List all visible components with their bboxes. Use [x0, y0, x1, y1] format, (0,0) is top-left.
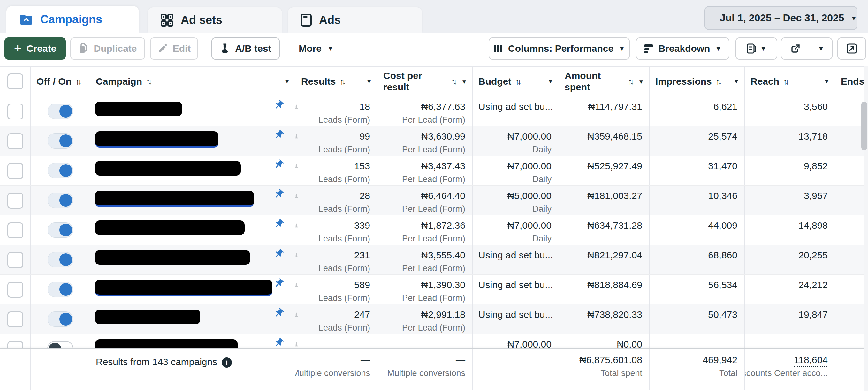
pin-icon[interactable] [273, 129, 284, 142]
pin-icon[interactable] [273, 248, 284, 260]
info-icon[interactable]: i [222, 357, 232, 368]
campaign-toggle[interactable] [48, 133, 73, 149]
pin-icon[interactable] [273, 189, 284, 201]
pin-icon[interactable] [273, 100, 284, 112]
columns-button[interactable]: Columns: Performance ▼ [489, 37, 630, 60]
chevron-down-icon[interactable]: ▼ [366, 76, 372, 87]
chevron-down-icon[interactable]: ▼ [824, 76, 830, 87]
pin-icon[interactable] [273, 308, 284, 320]
campaign-name-redacted[interactable] [95, 220, 245, 235]
chevron-down-icon[interactable]: ▼ [733, 76, 739, 87]
duplicate-button[interactable]: Duplicate [70, 37, 145, 60]
row-cell-results: 339 Leads (Form) [296, 215, 377, 245]
campaign-name-redacted[interactable] [95, 250, 250, 265]
row-checkbox[interactable] [7, 133, 23, 149]
scrollbar-thumb[interactable] [861, 101, 867, 150]
campaign-toggle[interactable] [48, 282, 73, 297]
campaign-name-redacted[interactable] [95, 161, 241, 176]
sort-icon[interactable]: ↑↓ [146, 76, 152, 87]
row-cell-toggle [31, 96, 90, 126]
campaign-name-redacted[interactable] [95, 101, 182, 116]
date-range-selector[interactable]: Jul 1, 2025 – Dec 31, 2025 ▼ [705, 6, 858, 30]
select-all-checkbox[interactable] [7, 73, 23, 89]
impressions-value: 44,009 [708, 219, 737, 232]
cost-value: ₦6,377.63 [421, 101, 465, 113]
tab-ad-sets[interactable]: Ad sets [148, 7, 282, 33]
row-checkbox[interactable] [7, 192, 23, 209]
row-checkbox[interactable] [7, 163, 23, 179]
summary-cell-reach: 118,604 Accounts Center acco... [745, 349, 835, 390]
sort-icon[interactable]: ↑↓ [451, 76, 457, 87]
sort-icon[interactable]: ↑↓ [628, 76, 633, 87]
chevron-down-icon[interactable]: ▼ [638, 79, 644, 85]
compare-chart-icon[interactable] [296, 133, 300, 142]
campaign-name-redacted[interactable] [95, 191, 254, 207]
tab-label: Campaigns [40, 13, 102, 26]
sort-icon[interactable]: ↑↓ [75, 76, 82, 87]
campaign-name-redacted[interactable] [95, 131, 218, 148]
row-checkbox[interactable] [7, 222, 23, 238]
reports-button[interactable]: ▼ [736, 37, 777, 60]
summary-results-label: Multiple conversions [296, 368, 370, 379]
compare-chart-icon[interactable] [296, 222, 300, 231]
cost-label: Per Lead (Form) [402, 263, 465, 274]
ab-test-label: A/B test [235, 43, 271, 54]
create-button[interactable]: + Create [4, 37, 66, 60]
chevron-down-icon[interactable]: ▼ [461, 79, 467, 85]
header-cell-impressions[interactable]: Impressions ↑↓ ▼ [650, 67, 745, 96]
pin-icon[interactable] [273, 218, 284, 231]
ab-test-button[interactable]: A/B test [211, 37, 280, 60]
campaign-toggle[interactable] [48, 252, 73, 267]
row-cell-toggle [31, 126, 90, 156]
export-button[interactable] [781, 38, 810, 59]
compare-chart-icon[interactable] [296, 163, 300, 171]
compare-chart-icon[interactable] [296, 282, 300, 290]
campaign-name-redacted[interactable] [95, 280, 272, 296]
view-charts-button[interactable] [837, 37, 866, 60]
campaign-toggle[interactable] [48, 163, 73, 178]
campaign-toggle[interactable] [48, 311, 73, 327]
row-cell-budget: Using ad set bu... [473, 245, 559, 274]
summary-reach-value[interactable]: 118,604 [794, 354, 828, 366]
campaign-toggle[interactable] [48, 192, 73, 208]
campaign-toggle[interactable] [48, 103, 73, 119]
sort-icon[interactable]: ↑↓ [515, 76, 522, 87]
row-checkbox[interactable] [7, 282, 23, 298]
more-button[interactable]: More ▼ [294, 37, 339, 60]
budget-value: Using ad set bu... [478, 249, 553, 261]
header-cell-results[interactable]: Results ↑↓ ▼ [296, 67, 377, 96]
edit-button[interactable]: Edit [150, 37, 198, 60]
breakdown-button[interactable]: Breakdown ▼ [636, 37, 730, 60]
campaign-name-redacted[interactable] [95, 309, 200, 324]
table-row: 589 Leads (Form) ₦1,390.30 Per Lead (For… [0, 275, 868, 304]
export-split-button[interactable]: ▼ [781, 37, 833, 60]
header-cell-reach[interactable]: Reach ↑↓ ▼ [745, 67, 835, 96]
row-checkbox[interactable] [7, 311, 23, 327]
tab-campaigns[interactable]: Campaigns [6, 6, 139, 33]
header-cell-campaign[interactable]: Campaign ↑↓ ▼ [90, 67, 296, 96]
pin-icon[interactable] [273, 159, 284, 171]
row-cell-impressions: 6,621 [650, 96, 745, 126]
compare-chart-icon[interactable] [296, 252, 300, 260]
compare-chart-icon[interactable] [296, 192, 300, 201]
pin-icon[interactable] [273, 337, 284, 350]
chevron-down-icon[interactable]: ▼ [284, 76, 290, 87]
row-checkbox[interactable] [7, 103, 23, 119]
row-cell-budget: ₦7,000.00 Daily [473, 156, 559, 185]
compare-chart-icon[interactable] [296, 311, 300, 320]
compare-chart-icon[interactable] [296, 103, 300, 112]
header-cell-ends[interactable]: Ends [835, 67, 868, 96]
header-cell-budget[interactable]: Budget ↑↓ ▼ [473, 67, 559, 96]
header-cell-off-on[interactable]: Off / On ↑↓ [31, 67, 90, 96]
pin-icon[interactable] [273, 278, 284, 290]
header-cell-cost-per-result[interactable]: Cost per result ↑↓ ▼ [377, 67, 473, 96]
export-options-button[interactable]: ▼ [810, 38, 832, 59]
tab-ads[interactable]: Ads [288, 7, 422, 33]
sort-icon[interactable]: ↑↓ [339, 76, 346, 87]
campaign-toggle[interactable] [48, 222, 73, 238]
sort-icon[interactable]: ↑↓ [783, 76, 789, 87]
sort-icon[interactable]: ↑↓ [716, 76, 722, 87]
header-cell-amount-spent[interactable]: Amount spent ↑↓ ▼ [559, 67, 650, 96]
chevron-down-icon[interactable]: ▼ [547, 76, 553, 87]
row-checkbox[interactable] [7, 252, 23, 268]
